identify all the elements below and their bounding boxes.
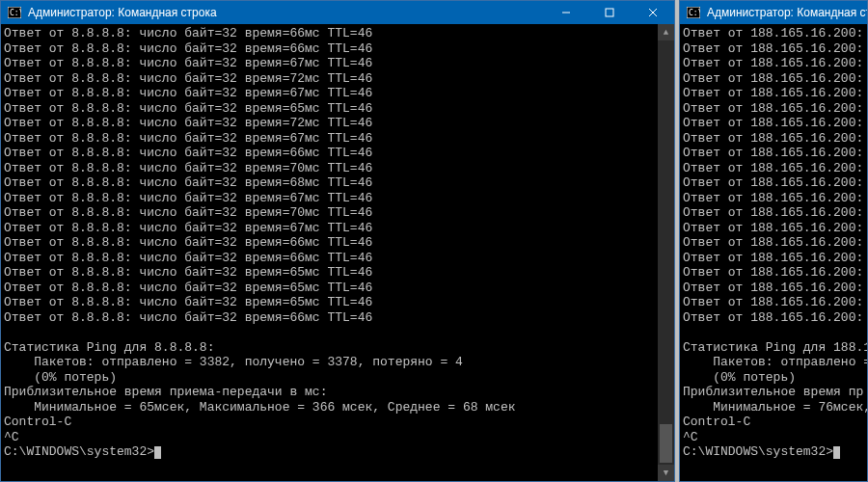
minimize-button[interactable] <box>544 1 587 24</box>
scroll-track[interactable] <box>658 40 674 465</box>
scroll-thumb[interactable] <box>660 424 672 463</box>
titlebar[interactable]: C:\ Администратор: Командная ст <box>680 1 867 24</box>
terminal-output: Ответ от 8.8.8.8: число байт=32 время=66… <box>1 24 658 481</box>
window-title: Администратор: Командная строка <box>28 6 544 19</box>
scroll-up-button[interactable]: ▲ <box>658 24 674 40</box>
cmd-icon: C:\ <box>7 5 22 20</box>
scroll-down-button[interactable]: ▼ <box>658 465 674 481</box>
svg-text:C:\: C:\ <box>689 9 700 17</box>
terminal-output: Ответ от 188.165.16.200: Ответ от 188.16… <box>680 24 867 481</box>
cmd-icon: C:\ <box>686 5 701 20</box>
window-controls <box>544 1 674 24</box>
svg-text:C:\: C:\ <box>10 9 21 17</box>
prompt: C:\WINDOWS\system32> <box>4 444 154 459</box>
cmd-window-right: C:\ Администратор: Командная ст Ответ от… <box>679 0 868 482</box>
cmd-window-left: C:\ Администратор: Командная строка Отве… <box>0 0 675 482</box>
terminal-body[interactable]: Ответ от 8.8.8.8: число байт=32 время=66… <box>1 24 674 481</box>
scrollbar[interactable]: ▲ ▼ <box>658 24 674 481</box>
cursor <box>154 446 161 459</box>
titlebar[interactable]: C:\ Администратор: Командная строка <box>1 1 674 24</box>
cursor <box>833 446 840 459</box>
window-title: Администратор: Командная ст <box>707 6 867 19</box>
svg-rect-3 <box>606 9 613 16</box>
maximize-button[interactable] <box>587 1 631 24</box>
close-button[interactable] <box>631 1 674 24</box>
terminal-body[interactable]: Ответ от 188.165.16.200: Ответ от 188.16… <box>680 24 867 481</box>
prompt: C:\WINDOWS\system32> <box>683 444 833 459</box>
